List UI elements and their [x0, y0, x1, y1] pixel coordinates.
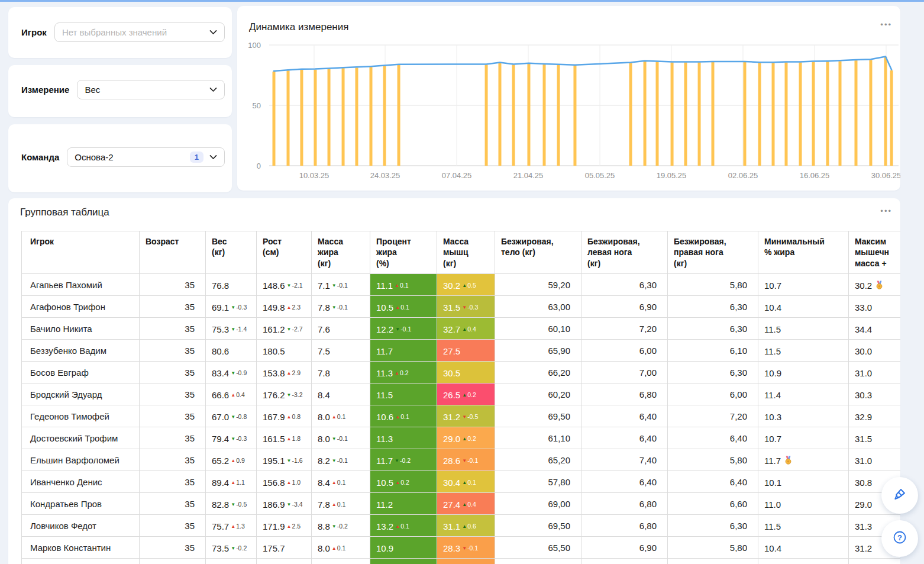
cell-fat-percent: 10.6▲0.1	[370, 405, 437, 427]
column-header-min_fat[interactable]: Минимальный % жира	[758, 231, 849, 274]
cell-player: Марков Константин	[22, 537, 140, 559]
cell-lean-left-leg: 6,90	[581, 296, 668, 318]
cell-lean-right-leg: 6,00	[668, 383, 758, 405]
filter-card-team: Команда Основа-2 1	[8, 124, 232, 192]
column-header-age[interactable]: Возраст	[140, 231, 206, 274]
cell-lean-left-leg: 6,40	[581, 427, 668, 449]
column-header-max_muscle[interactable]: Максим мышечн масса +	[849, 231, 901, 274]
cell-lean-right-leg: 6,40	[668, 471, 758, 493]
cell-lean-right-leg: 5,80	[668, 537, 758, 559]
cell-weight: 75.3▼-1.4	[206, 318, 257, 340]
change-value: 0.9	[236, 457, 245, 464]
change-indicator: ▲0.1	[330, 411, 346, 421]
triangle-up-icon: ▲	[332, 502, 337, 507]
column-header-lean_body[interactable]: Безжировая, тело (кг)	[495, 231, 581, 274]
column-header-lean_right[interactable]: Безжировая, правая нога (кг)	[668, 231, 758, 274]
triangle-down-icon: ▼	[287, 283, 292, 288]
change-indicator: ▼-0.1	[330, 433, 348, 443]
cell-player: Гедеонов Тимофей	[22, 405, 140, 427]
team-filter-label: Команда	[21, 152, 59, 162]
column-header-weight[interactable]: Вес (кг)	[206, 231, 257, 274]
cell-weight: 73.5▼-0.2	[206, 537, 257, 559]
change-indicator: ▲0.1	[330, 498, 346, 508]
triangle-up-icon: ▲	[395, 305, 400, 310]
table-title: Групповая таблица	[20, 207, 109, 218]
change-indicator: ▲0.4	[229, 389, 245, 399]
team-select[interactable]: Основа-2 1	[67, 147, 225, 167]
cell-muscle-mass: 28.3▼-0.1	[437, 537, 495, 559]
column-header-fat_mass[interactable]: Масса жира (кг)	[312, 231, 370, 274]
column-header-lean_left[interactable]: Безжировая, левая нога (кг)	[581, 231, 668, 274]
cell-age: 35	[140, 493, 206, 515]
change-indicator: ▼-0.1	[460, 455, 478, 465]
cell-height: 176.2▼-3.2	[257, 383, 312, 405]
cell-lean-body: 69,00	[495, 493, 581, 515]
change-indicator: ▼-0.2	[330, 520, 348, 530]
table-menu-button[interactable]: •••	[880, 207, 892, 215]
triangle-down-icon: ▼	[332, 436, 337, 441]
cell-weight: 65.2▲0.9	[206, 449, 257, 471]
change-value: -0.1	[400, 325, 411, 333]
triangle-down-icon: ▼	[332, 524, 337, 529]
chevron-down-icon	[209, 154, 217, 160]
column-header-name[interactable]: Игрок	[22, 231, 140, 274]
cell-lean-body: 60,10	[495, 318, 581, 340]
cell-weight: 67.0▼-0.8	[206, 405, 257, 427]
cell-weight	[206, 559, 257, 564]
cell-lean-left-leg: 6,90	[581, 537, 668, 559]
cell-fat-mass: 7.8	[312, 362, 370, 383]
cell-lean-right-leg: 6,10	[668, 340, 758, 362]
cell-height: 167.9▲0.8	[257, 405, 312, 427]
medal-icon	[784, 456, 793, 465]
cell-min-fat-pct	[758, 559, 849, 564]
change-value: 2.5	[292, 523, 301, 530]
change-indicator: ▼-0.1	[330, 455, 348, 465]
cell-min-fat-pct: 10.9	[758, 362, 849, 383]
change-value: 0.2	[467, 391, 476, 398]
cell-muscle-mass: 31.1▲0.6	[437, 515, 495, 537]
triangle-down-icon: ▼	[231, 546, 235, 551]
column-header-fat_pct[interactable]: Процент жира (%)	[370, 231, 437, 274]
change-indicator: ▲0.2	[393, 476, 409, 486]
group-table-wrapper: ИгрокВозрастВес (кг)Рост (см)Масса жира …	[21, 231, 900, 564]
change-indicator: ▲0.4	[460, 323, 476, 333]
help-fab-button[interactable]: ?	[881, 520, 918, 557]
cell-age: 35	[140, 318, 206, 340]
change-indicator: ▼-0.1	[460, 542, 478, 552]
change-indicator: ▲0.2	[393, 367, 409, 377]
change-value: 0.1	[400, 523, 409, 530]
cell-lean-body: 69,50	[495, 515, 581, 537]
cell-lean-body: 65,90	[495, 340, 581, 362]
cell-max-muscle	[849, 559, 901, 564]
measurement-select[interactable]: Вес	[77, 80, 225, 99]
cell-lean-left-leg	[581, 559, 668, 564]
change-indicator: ▲1.0	[285, 476, 301, 486]
change-value: 0.1	[400, 304, 409, 311]
cell-height: 148.6▼-2.1	[257, 274, 312, 296]
column-header-muscle[interactable]: Масса мышц (кг)	[437, 231, 495, 274]
change-value: 0.1	[337, 413, 346, 420]
triangle-down-icon: ▼	[231, 502, 235, 507]
measurement-dynamics-chart[interactable]: 05010010.03.2524.03.2507.04.2521.04.2505…	[237, 6, 900, 191]
triangle-down-icon: ▼	[462, 414, 467, 420]
svg-text:30.06.25: 30.06.25	[871, 171, 900, 180]
annotate-fab-button[interactable]	[881, 477, 918, 514]
cell-lean-body: 57,80	[495, 471, 581, 493]
cell-player: Достоевский Трофим	[22, 427, 140, 449]
cell-lean-body: 65,50	[495, 537, 581, 559]
change-value: -0.1	[337, 282, 348, 289]
cell-player	[22, 559, 140, 564]
cell-max-muscle: 31.0	[849, 362, 901, 383]
triangle-up-icon: ▲	[462, 480, 467, 485]
cell-lean-body: 61,10	[495, 427, 581, 449]
player-select[interactable]: Нет выбранных значений	[54, 22, 225, 42]
cell-lean-left-leg: 6,80	[581, 383, 668, 405]
cell-lean-left-leg: 6,80	[581, 493, 668, 515]
cell-lean-right-leg: 6,40	[668, 427, 758, 449]
cell-fat-percent: 11.3▲0.2	[370, 362, 437, 383]
cell-fat-mass: 7.5	[312, 340, 370, 362]
change-indicator: ▲0.2	[460, 433, 476, 443]
column-header-height[interactable]: Рост (см)	[257, 231, 312, 274]
change-value: -0.1	[337, 457, 348, 464]
change-value: 0.1	[400, 413, 409, 420]
